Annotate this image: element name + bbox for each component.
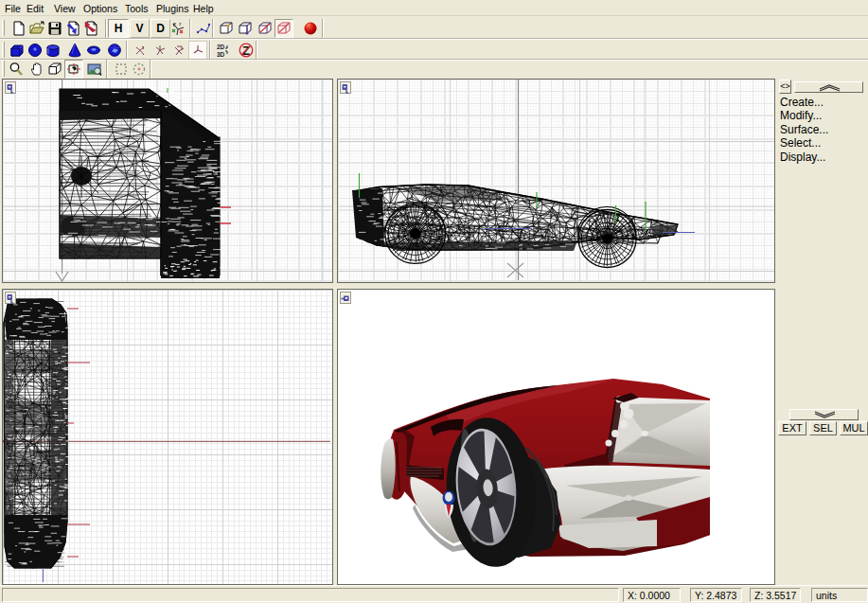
svg-text:z: z [179, 21, 182, 27]
svg-text:2D: 2D [217, 44, 225, 50]
svg-text:3D: 3D [217, 51, 225, 58]
